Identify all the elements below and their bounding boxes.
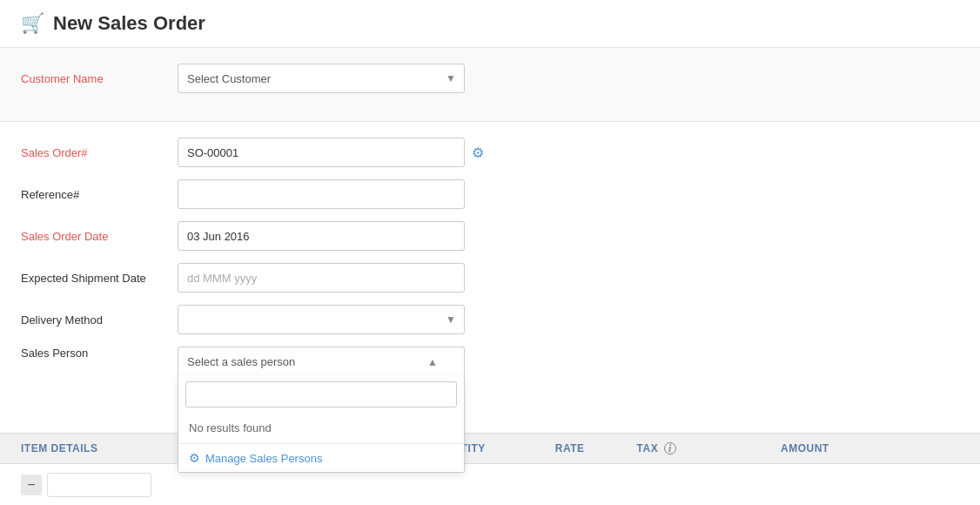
sales-order-gear-button[interactable]: ⚙ — [472, 145, 484, 161]
sales-person-wrapper: Select a sales person ▲ No results found… — [178, 347, 465, 376]
gear-icon: ⚙ — [189, 451, 200, 465]
sales-order-date-input[interactable] — [178, 221, 465, 251]
customer-name-row: Customer Name Select Customer ▼ — [21, 64, 959, 93]
tax-column-header: TAX i — [637, 442, 676, 455]
page-header: 🛒 New Sales Order — [0, 0, 980, 48]
sales-order-input[interactable] — [178, 138, 465, 167]
sales-person-trigger[interactable]: Select a sales person ▲ — [178, 347, 465, 376]
reference-label: Reference# — [21, 188, 178, 201]
sales-person-placeholder: Select a sales person — [187, 355, 295, 368]
delivery-method-select[interactable] — [178, 305, 465, 334]
dropdown-search-wrap — [178, 376, 464, 413]
item-details-bar: ITEM DETAILS QUANTITY RATE TAX i AMOUNT — [0, 433, 980, 464]
page-title: New Sales Order — [53, 12, 205, 35]
customer-select[interactable]: Select Customer — [178, 64, 465, 93]
manage-sales-persons-label: Manage Sales Persons — [205, 452, 322, 465]
sales-person-label: Sales Person — [21, 347, 178, 360]
rate-column-header: RATE — [555, 442, 585, 454]
delivery-method-select-wrapper: ▼ — [178, 305, 465, 334]
delivery-method-row: Delivery Method ▼ — [21, 305, 959, 334]
item-details-label: ITEM DETAILS — [21, 442, 97, 454]
sales-order-label: Sales Order# — [21, 146, 178, 159]
bottom-row: − — [0, 463, 980, 505]
expected-shipment-date-row: Expected Shipment Date — [21, 263, 959, 293]
reference-input[interactable] — [178, 179, 465, 209]
sales-person-row: Sales Person Select a sales person ▲ No … — [21, 347, 959, 376]
no-results-text: No results found — [178, 413, 464, 443]
sales-order-date-row: Sales Order Date — [21, 221, 959, 251]
cart-icon: 🛒 — [21, 12, 44, 35]
sales-order-date-label: Sales Order Date — [21, 230, 178, 243]
manage-sales-persons-button[interactable]: ⚙ Manage Sales Persons — [178, 443, 464, 472]
delivery-method-label: Delivery Method — [21, 313, 178, 327]
form-section: Sales Order# ⚙ Reference# Sales Order Da… — [0, 122, 980, 392]
add-row-button[interactable]: − — [21, 475, 42, 495]
reference-row: Reference# — [21, 179, 959, 209]
amount-column-header: AMOUNT — [781, 442, 829, 454]
customer-section: Customer Name Select Customer ▼ — [0, 48, 980, 122]
expected-shipment-date-label: Expected Shipment Date — [21, 272, 178, 285]
customer-select-wrapper: Select Customer ▼ — [178, 64, 465, 93]
customer-name-label: Customer Name — [21, 72, 178, 85]
bottom-input-field[interactable] — [47, 473, 151, 497]
tax-info-icon: i — [664, 442, 676, 454]
sales-person-search-input[interactable] — [185, 381, 457, 407]
sales-order-row: Sales Order# ⚙ — [21, 138, 959, 167]
expected-shipment-date-input[interactable] — [178, 263, 465, 293]
sales-person-dropdown: No results found ⚙ Manage Sales Persons — [178, 376, 465, 473]
sales-person-arrow-icon: ▲ — [427, 356, 438, 368]
